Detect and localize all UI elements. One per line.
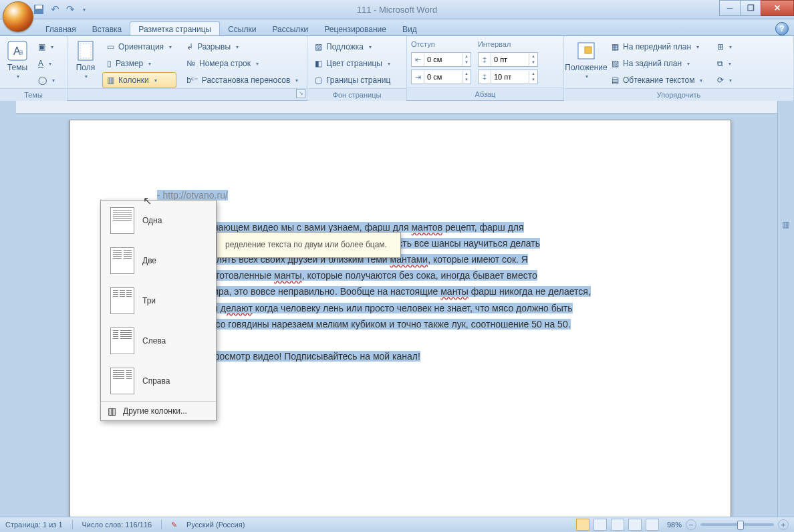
spacing-after-input[interactable]: ‡▲▼	[478, 70, 538, 84]
columns-left-icon	[110, 327, 134, 354]
tab-review[interactable]: Рецензирование	[316, 22, 394, 35]
theme-effects-button[interactable]: ◯▾	[33, 72, 59, 88]
size-button[interactable]: ▯Размер▾	[102, 55, 176, 72]
group-pagebg-label: Фон страницы	[307, 88, 406, 101]
columns-option-one[interactable]: Одна	[101, 201, 216, 241]
tab-view[interactable]: Вид	[394, 22, 425, 35]
group-pagesetup-label: ↘	[68, 88, 307, 100]
group-button[interactable]: ⧉▾	[712, 55, 737, 72]
themes-button[interactable]: Aa Темы ▾	[3, 37, 32, 82]
indent-label: Отступ	[411, 40, 471, 48]
columns-option-two[interactable]: Две	[101, 241, 216, 281]
watermark-button[interactable]: ▨Подложка▾	[310, 39, 395, 55]
align-button[interactable]: ⊞▾	[712, 39, 737, 55]
tab-home[interactable]: Главная	[37, 22, 84, 35]
doc-url: - http://otvano.ru/	[157, 190, 228, 201]
view-draft[interactable]	[646, 519, 659, 531]
indent-left-input[interactable]: ⇤▲▼	[411, 52, 471, 67]
text-wrap-button[interactable]: ▤Обтекание текстом▾	[607, 72, 707, 88]
position-button[interactable]: Положение▾	[567, 37, 606, 82]
fonts-icon: A	[38, 59, 43, 68]
send-back-button[interactable]: ▧На задний план▾	[607, 55, 707, 72]
window-title: 111 - Microsoft Word	[357, 5, 437, 15]
line-numbers-button[interactable]: №Номера строк▾	[182, 55, 303, 72]
tab-page-layout[interactable]: Разметка страницы	[130, 21, 220, 35]
columns-option-three[interactable]: Три	[101, 281, 216, 321]
columns-icon: ▥	[107, 76, 114, 85]
ruler-toggle-icon[interactable]: ▥	[782, 220, 789, 229]
effects-icon: ◯	[38, 76, 47, 85]
pageborders-icon: ▢	[315, 76, 322, 85]
office-button[interactable]	[3, 1, 33, 32]
breaks-icon: ↲	[186, 42, 193, 51]
minimize-button[interactable]: ─	[719, 0, 741, 16]
close-button[interactable]: ✕	[761, 0, 794, 16]
columns-button[interactable]: ▥Колонки▾	[102, 72, 176, 88]
status-zoom[interactable]: 98%	[667, 521, 682, 529]
pagesetup-launcher[interactable]: ↘	[296, 89, 305, 98]
columns-tooltip: ределение текста по двум или более бцам.	[217, 232, 401, 258]
view-print-layout[interactable]	[576, 519, 589, 531]
columns-more-icon: ▥	[108, 406, 116, 416]
redo-icon[interactable]: ↷	[66, 3, 75, 15]
tab-insert[interactable]: Вставка	[84, 22, 130, 35]
spacing-before-input[interactable]: ‡▲▼	[478, 52, 538, 67]
bring-front-button[interactable]: ▦На передний план▾	[607, 39, 707, 55]
view-web-layout[interactable]	[611, 519, 624, 531]
spacing-before-icon: ‡	[479, 53, 491, 65]
save-icon[interactable]	[33, 4, 44, 15]
margins-icon	[75, 40, 96, 61]
columns-more-option[interactable]: ▥ Другие колонки...	[101, 402, 216, 420]
scrollbar-right-zone	[777, 101, 794, 517]
size-icon: ▯	[107, 59, 112, 68]
columns-two-icon	[110, 247, 134, 274]
status-words[interactable]: Число слов: 116/116	[82, 521, 152, 529]
zoom-slider[interactable]	[700, 523, 774, 526]
page-color-button[interactable]: ◧Цвет страницы▾	[310, 55, 395, 72]
svg-text:a: a	[19, 47, 23, 57]
status-language[interactable]: Русский (Россия)	[186, 521, 245, 529]
qat-more-icon[interactable]: ▾	[83, 7, 86, 13]
margins-label: Поля	[76, 63, 96, 72]
titlebar: ↶ ↷ ▾ 111 - Microsoft Word ─ ❐ ✕	[0, 0, 794, 19]
pagecolor-icon: ◧	[315, 59, 322, 68]
document-text[interactable]: - http://otvano.ru/ т! В этом обучающем …	[157, 187, 644, 364]
page-borders-button[interactable]: ▢Границы страниц	[310, 72, 395, 88]
help-button[interactable]: ?	[775, 22, 789, 35]
view-outline[interactable]	[628, 519, 642, 531]
breaks-button[interactable]: ↲Разрывы▾	[182, 39, 303, 55]
theme-fonts-button[interactable]: A▾	[33, 55, 59, 72]
group-themes-label: Темы	[0, 88, 67, 101]
hyphen-icon: bᶜ⁻	[186, 76, 198, 85]
document-area: ▥ - http://otvano.ru/ т! В этом обучающе…	[0, 101, 794, 517]
margins-button[interactable]: Поля▾	[70, 37, 101, 82]
orientation-button[interactable]: ▭Ориентация▾	[102, 39, 176, 55]
view-full-screen[interactable]	[593, 519, 607, 531]
front-icon: ▦	[612, 42, 619, 51]
tab-references[interactable]: Ссылки	[220, 22, 264, 35]
columns-option-right[interactable]: Справа	[101, 361, 216, 401]
indent-right-input[interactable]: ⇥▲▼	[411, 70, 471, 84]
svg-rect-8	[585, 47, 591, 53]
rotate-button[interactable]: ⟳▾	[712, 72, 737, 88]
wrap-icon: ▤	[612, 76, 619, 85]
hyphenation-button[interactable]: bᶜ⁻Расстановка переносов▾	[182, 72, 303, 88]
vertical-ruler-left[interactable]	[0, 101, 16, 517]
status-page[interactable]: Страница: 1 из 1	[5, 521, 63, 529]
proofing-icon[interactable]: ✎	[171, 521, 177, 529]
ribbon-tabs: Главная Вставка Разметка страницы Ссылки…	[0, 19, 794, 36]
spacing-label: Интервал	[478, 40, 538, 48]
group-arrange-label: Упорядочить	[564, 88, 793, 101]
tab-mailings[interactable]: Рассылки	[264, 22, 316, 35]
theme-colors-button[interactable]: ▣▾	[33, 39, 59, 55]
columns-three-icon	[110, 287, 134, 314]
columns-option-left[interactable]: Слева	[101, 321, 216, 361]
zoom-out-button[interactable]: −	[686, 519, 696, 530]
columns-right-icon	[110, 368, 134, 394]
zoom-in-button[interactable]: +	[778, 519, 789, 530]
back-icon: ▧	[612, 59, 619, 68]
maximize-button[interactable]: ❐	[740, 0, 761, 16]
horizontal-ruler[interactable]	[16, 101, 778, 114]
undo-icon[interactable]: ↶	[51, 3, 59, 15]
themes-icon: Aa	[7, 40, 28, 61]
